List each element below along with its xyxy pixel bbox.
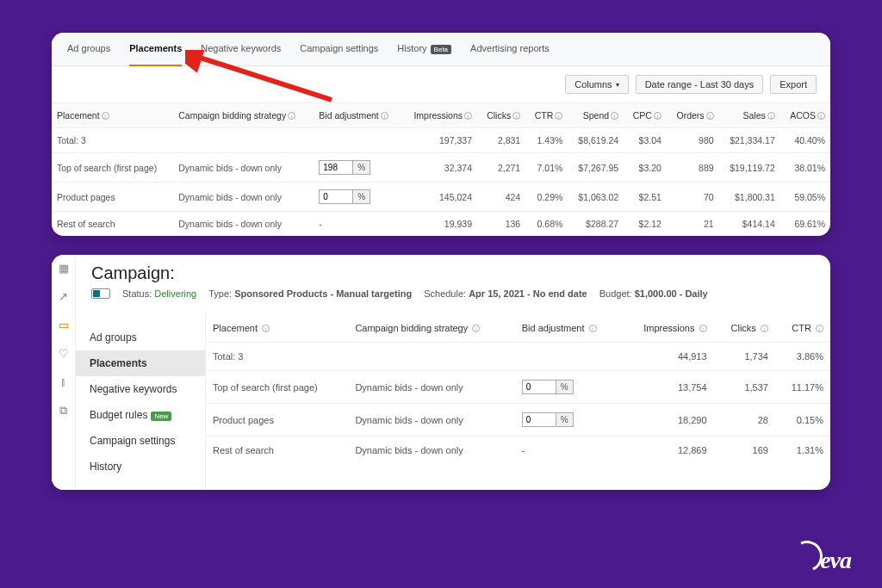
cell-cpc: $2.12 — [624, 212, 667, 237]
info-icon: i — [512, 112, 520, 120]
total-impressions: 197,337 — [401, 128, 477, 153]
col-placement[interactable]: Placementi — [52, 103, 173, 128]
cell-placement: Top of search (first page) — [52, 153, 173, 183]
tab-ad-groups[interactable]: Ad groups — [67, 43, 110, 59]
sidebar-item-history[interactable]: History — [76, 454, 205, 480]
total-spend: $8,619.24 — [568, 128, 624, 153]
info-icon: i — [706, 112, 714, 120]
chevron-down-icon: ▾ — [616, 81, 619, 89]
cell-ctr: 7.01% — [525, 153, 568, 183]
cell-bid: - — [515, 436, 622, 465]
cell-strategy: Dynamic bids - down only — [173, 183, 314, 212]
col-strategy[interactable]: Campaign bidding strategyi — [173, 103, 314, 128]
info-icon: i — [816, 325, 823, 332]
trend-icon[interactable]: ↗ — [59, 290, 68, 303]
shield-icon[interactable]: ♡ — [59, 347, 69, 360]
col-placement[interactable]: Placement i — [206, 314, 348, 343]
bid-adjustment-input[interactable] — [522, 380, 556, 394]
info-icon: i — [761, 325, 768, 332]
cell-spend: $288.27 — [568, 212, 624, 237]
bid-adjustment-input[interactable] — [319, 189, 353, 204]
info-icon: i — [472, 325, 480, 332]
date-range-button[interactable]: Date range - Last 30 days — [636, 75, 764, 94]
col-acos[interactable]: ACOSi — [780, 103, 830, 128]
table-row-total: Total: 3 44,913 1,734 3.86% — [206, 343, 830, 371]
export-button[interactable]: Export — [770, 75, 817, 94]
cell-impressions: 18,290 — [621, 404, 713, 436]
bars-icon[interactable]: ⫿ — [60, 375, 66, 388]
cell-impressions: 13,754 — [621, 371, 713, 404]
info-icon: i — [654, 112, 662, 120]
cell-placement: Rest of search — [206, 436, 348, 465]
info-icon: i — [262, 325, 270, 332]
sidebar-item-placements[interactable]: Placements — [76, 350, 205, 376]
cell-acos: 38.01% — [780, 153, 830, 183]
table-row: Product pages Dynamic bids - down only %… — [206, 404, 830, 436]
cell-strategy: Dynamic bids - down only — [348, 404, 514, 436]
sidebar-item-campaign-settings[interactable]: Campaign settings — [76, 428, 205, 454]
col-strategy[interactable]: Campaign bidding strategy i — [348, 314, 514, 343]
status-toggle[interactable] — [91, 288, 110, 299]
table-row: Product pages Dynamic bids - down only %… — [52, 183, 830, 212]
info-icon: i — [555, 112, 562, 120]
cell-impressions: 19,939 — [401, 212, 477, 237]
cell-orders: 889 — [667, 153, 719, 183]
cell-impressions: 145,024 — [401, 183, 477, 212]
cell-ctr: 1.31% — [775, 436, 830, 465]
cell-ctr: 11.17% — [775, 371, 830, 404]
tab-placements[interactable]: Placements — [129, 43, 182, 66]
info-icon: i — [102, 112, 109, 120]
col-clicks[interactable]: Clicks i — [714, 314, 775, 343]
copy-icon[interactable]: ⧉ — [59, 404, 67, 418]
cell-clicks: 169 — [714, 436, 775, 465]
sidebar-item-negative-keywords[interactable]: Negative keywords — [76, 376, 205, 402]
info-icon: i — [699, 325, 707, 332]
total-acos: 40.40% — [780, 128, 830, 153]
cell-placement: Rest of search — [52, 212, 173, 237]
cell-clicks: 136 — [477, 212, 525, 237]
grid-icon[interactable]: ▦ — [59, 262, 69, 275]
tab-negative-keywords[interactable]: Negative keywords — [201, 43, 281, 59]
tab-history[interactable]: HistoryBeta — [397, 43, 451, 59]
col-ctr[interactable]: CTRi — [525, 103, 568, 128]
cell-strategy: Dynamic bids - down only — [173, 153, 314, 183]
cell-clicks: 424 — [477, 183, 525, 212]
cell-ctr: 0.15% — [775, 404, 830, 436]
col-cpc[interactable]: CPCi — [624, 103, 667, 128]
columns-button[interactable]: Columns▾ — [565, 75, 628, 94]
cell-clicks: 2,271 — [477, 153, 525, 183]
cell-cpc: $2.51 — [624, 183, 667, 212]
wallet-icon[interactable]: ▭ — [59, 319, 69, 331]
cell-cpc: $3.20 — [624, 153, 667, 183]
col-clicks[interactable]: Clicksi — [477, 103, 525, 128]
cell-impressions: 12,869 — [621, 436, 713, 465]
campaign-tabs: Ad groups Placements Negative keywords C… — [52, 33, 830, 66]
bid-adjustment-input[interactable] — [319, 160, 353, 175]
placements-table: Placementi Campaign bidding strategyi Bi… — [52, 103, 830, 236]
cell-placement: Product pages — [52, 183, 173, 212]
col-impressions[interactable]: Impressionsi — [401, 103, 477, 128]
percent-label: % — [353, 189, 370, 204]
new-badge: New — [151, 412, 171, 421]
table-row: Rest of search Dynamic bids - down only … — [52, 212, 830, 237]
cell-sales: $414.14 — [719, 212, 780, 237]
col-impressions[interactable]: Impressions i — [621, 314, 713, 343]
placements-panel: Ad groups Placements Negative keywords C… — [52, 33, 830, 236]
sidebar-item-ad-groups[interactable]: Ad groups — [76, 325, 205, 350]
col-spend[interactable]: Spendi — [568, 103, 624, 128]
info-icon: i — [381, 112, 388, 120]
sidebar-item-budget-rules[interactable]: Budget rulesNew — [76, 402, 205, 428]
cell-strategy: Dynamic bids - down only — [348, 436, 514, 465]
col-sales[interactable]: Salesi — [719, 103, 780, 128]
tab-campaign-settings[interactable]: Campaign settings — [300, 43, 378, 59]
col-orders[interactable]: Ordersi — [667, 103, 719, 128]
info-icon: i — [589, 325, 597, 332]
bid-adjustment-input[interactable] — [522, 412, 556, 427]
col-bid-adjustment[interactable]: Bid adjustment i — [515, 314, 622, 343]
tab-advertising-reports[interactable]: Advertising reports — [470, 43, 550, 59]
total-clicks: 1,734 — [714, 343, 775, 371]
col-bid-adjustment[interactable]: Bid adjustmenti — [314, 103, 401, 128]
col-ctr[interactable]: CTR i — [775, 314, 830, 343]
cell-spend: $7,267.95 — [568, 153, 624, 183]
percent-label: % — [556, 412, 574, 427]
